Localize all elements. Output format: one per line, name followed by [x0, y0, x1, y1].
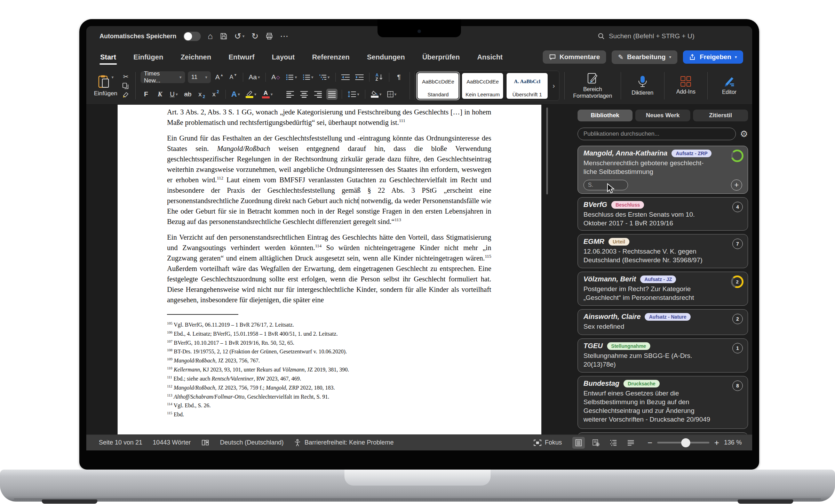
- style-card-überschrift-1[interactable]: A. AaBbCclÜberschrift 1: [507, 73, 548, 99]
- multilevel-list-button[interactable]: ▾: [318, 72, 331, 83]
- language-indicator[interactable]: Deutsch (Deutschland): [220, 439, 284, 446]
- decrease-indent-button[interactable]: [340, 72, 351, 83]
- page-indicator[interactable]: Seite 10 von 21: [99, 439, 142, 446]
- footnote-line[interactable]: 115 Ebd.: [167, 409, 491, 418]
- font-size-select[interactable]: 11 ▾: [188, 71, 211, 83]
- zoom-in-button[interactable]: +: [714, 439, 719, 447]
- publication-search-input[interactable]: [578, 128, 736, 140]
- insert-citation-button[interactable]: +: [731, 179, 742, 191]
- tab-entwurf[interactable]: Entwurf: [228, 51, 255, 63]
- save-icon[interactable]: [220, 32, 228, 40]
- publication-card[interactable]: Jansen/DienathKommentar: [578, 432, 748, 434]
- footnote-line[interactable]: 112 Mangold/Roßbach, JZ 2023, 756, 759 f…: [167, 383, 491, 392]
- publication-card[interactable]: BundestagDrucksache8Entwurf eines Gesetz…: [578, 376, 748, 429]
- print-icon[interactable]: [265, 32, 273, 40]
- home-icon[interactable]: ⌂: [208, 32, 213, 40]
- change-case-button[interactable]: Aa▾: [247, 72, 261, 83]
- publication-card[interactable]: Völzmann, BeritAufsatz - JZ2Postgender i…: [578, 272, 748, 306]
- tab-ansicht[interactable]: Ansicht: [476, 51, 503, 63]
- tab-sendungen[interactable]: Sendungen: [366, 51, 406, 63]
- footnote-line[interactable]: 107 BVerfG, 10.10.2017 – 1 BvR 2019/16, …: [167, 338, 491, 347]
- gear-icon[interactable]: ⚙: [740, 129, 748, 138]
- footnote-line[interactable]: 114 Vgl. Ebd., S. 26.: [167, 400, 491, 409]
- sidebar-tab-bibliothek[interactable]: Bibliothek: [578, 110, 633, 121]
- vertical-scrollbar[interactable]: [546, 107, 548, 194]
- numbered-list-button[interactable]: ▾: [301, 72, 315, 83]
- sidebar-tab-neues-werk[interactable]: Neues Werk: [635, 110, 690, 121]
- document-page[interactable]: Art. 3 Abs. 2, Abs. 3 S. 1 GG, wonach „j…: [118, 105, 541, 434]
- grow-font-button[interactable]: A▴: [214, 72, 225, 83]
- styles-pane-button[interactable]: Bereich Formatvorlagen: [570, 71, 616, 101]
- editing-mode-button[interactable]: ✎ Bearbeitung ▾: [612, 50, 677, 64]
- publication-card[interactable]: Ainsworth, ClaireAufsatz - Nature2Sex re…: [578, 309, 748, 335]
- publication-card[interactable]: TGEUStellungnahme1Stellungnahme zum SBGG…: [578, 338, 748, 373]
- align-center-button[interactable]: [299, 89, 310, 100]
- bullet-list-button[interactable]: ▾: [285, 72, 298, 83]
- bold-button[interactable]: F: [141, 89, 152, 100]
- zoom-slider-thumb[interactable]: [681, 438, 690, 447]
- sidebar-tab-zitierstil[interactable]: Zitierstil: [693, 110, 748, 121]
- autosave-toggle[interactable]: [183, 32, 201, 41]
- borders-button[interactable]: ▾: [386, 89, 398, 100]
- zoom-out-button[interactable]: −: [647, 439, 652, 447]
- footnote-line[interactable]: 108 BT-Drs. 19/19755, 2, 12 (Fraktion de…: [167, 346, 491, 355]
- gallery-expand-icon[interactable]: ›: [551, 82, 556, 90]
- shading-button[interactable]: ▾: [369, 89, 383, 100]
- font-name-select[interactable]: Times New... ▾: [141, 71, 185, 83]
- publication-card[interactable]: Mangold, Anna-KatharinaAufsatz - ZRPMens…: [578, 146, 748, 194]
- footnote-line[interactable]: 105 Vgl. BVerfG, 06.11.2019 – 1 BvR 276/…: [167, 320, 491, 329]
- word-count[interactable]: 10443 Wörter: [153, 439, 191, 446]
- footnote-line[interactable]: 111 Ebd.; siehe auch Rentsch/Valentiner,…: [167, 374, 491, 383]
- italic-button[interactable]: K: [154, 89, 166, 100]
- comments-button[interactable]: Kommentare: [543, 50, 606, 64]
- style-card-standard[interactable]: AaBbCcDdEeStandard: [418, 73, 459, 99]
- highlight-color-button[interactable]: ▾: [244, 89, 258, 100]
- undo-button[interactable]: ↺▾: [234, 32, 245, 40]
- zoom-percent[interactable]: 136 %: [724, 439, 742, 446]
- align-right-button[interactable]: [312, 89, 324, 100]
- body-paragraph[interactable]: Ein Grund für das Festhalten an der Gesc…: [167, 133, 491, 227]
- copy-icon[interactable]: [122, 81, 129, 90]
- web-layout-view-button[interactable]: [590, 437, 602, 449]
- tab-start[interactable]: Start: [100, 51, 117, 63]
- publication-card[interactable]: BVerfGBeschluss4Beschluss des Ersten Sen…: [578, 197, 748, 231]
- page-number-input[interactable]: [583, 180, 628, 190]
- addins-button[interactable]: Add-Ins: [669, 71, 702, 101]
- subscript-button[interactable]: x2: [196, 89, 207, 100]
- line-spacing-button[interactable]: ▾: [346, 89, 360, 100]
- clear-formatting-button[interactable]: A◇: [270, 72, 281, 83]
- paste-button[interactable]: ▾ Einfügen: [94, 71, 117, 101]
- footnote-line[interactable]: 110 Kellermann, KJ 2023, 93, 101, unter …: [167, 365, 491, 374]
- style-card-kein-leerraum[interactable]: AaBbCcDdEeKein Leerraum: [462, 73, 503, 99]
- body-paragraph[interactable]: Ein Verzicht auf den personenstandsrecht…: [167, 232, 491, 305]
- zoom-slider[interactable]: [657, 442, 709, 443]
- dictate-button[interactable]: Diktieren: [626, 71, 659, 101]
- tab-einfügen[interactable]: Einfügen: [133, 51, 164, 63]
- editor-button[interactable]: Editor: [713, 71, 746, 101]
- outline-view-button[interactable]: [607, 437, 620, 449]
- proofing-status-icon[interactable]: [201, 439, 209, 447]
- accessibility-status[interactable]: Barrierefreiheit: Keine Probleme: [294, 439, 393, 447]
- sort-button[interactable]: A Z: [374, 72, 385, 83]
- text-effects-button[interactable]: A▾: [230, 89, 241, 100]
- underline-button[interactable]: U▾: [168, 89, 180, 100]
- share-button[interactable]: Freigeben ▾: [683, 50, 743, 64]
- increase-indent-button[interactable]: [354, 72, 365, 83]
- draft-view-button[interactable]: [625, 437, 637, 449]
- shrink-font-button[interactable]: A▾: [228, 72, 239, 83]
- tab-überprüfen[interactable]: Überprüfen: [422, 51, 461, 63]
- footnote-line[interactable]: 109 Mangold/Roßbach, JZ 2023, 756, 767.: [167, 355, 491, 365]
- strikethrough-button[interactable]: ab: [182, 89, 193, 100]
- print-layout-view-button[interactable]: [572, 437, 585, 449]
- publication-card[interactable]: EGMRUrteil712.06.2003 - Rechtssache V. K…: [578, 234, 748, 268]
- tab-layout[interactable]: Layout: [271, 51, 295, 63]
- tab-zeichnen[interactable]: Zeichnen: [180, 51, 212, 63]
- footnote-line[interactable]: 113 Althoff/Schabram/Follmar-Otto, Gesch…: [167, 392, 491, 401]
- align-left-button[interactable]: [285, 89, 296, 100]
- justify-button[interactable]: [326, 89, 337, 100]
- format-painter-icon[interactable]: [122, 90, 129, 99]
- more-options-icon[interactable]: ⋯: [280, 32, 288, 40]
- cut-icon[interactable]: ✂: [123, 72, 128, 81]
- search-box[interactable]: Suchen (Befehl + STRG + U): [598, 32, 694, 40]
- footnote-line[interactable]: 106 Ebd., 4. Leitsatz; BVerfG, 15.01.195…: [167, 329, 491, 338]
